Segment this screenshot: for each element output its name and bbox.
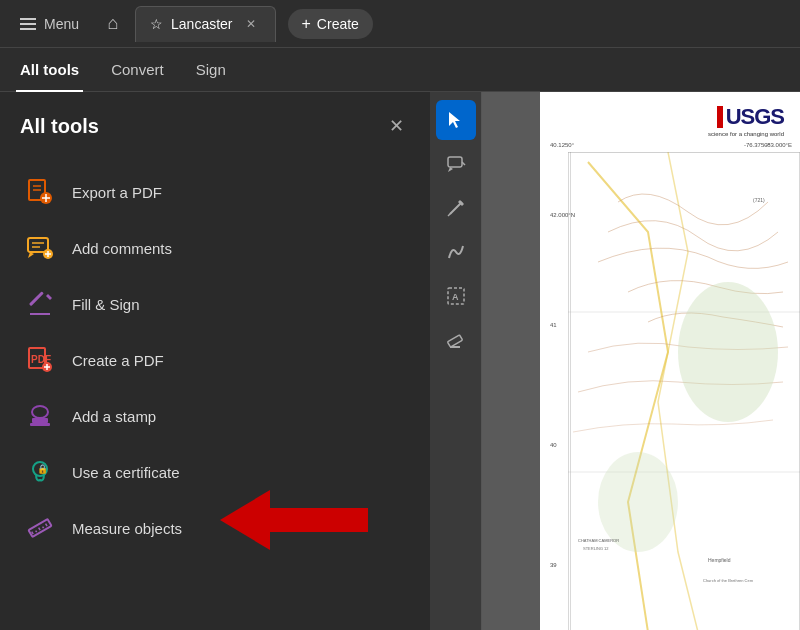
- svg-line-38: [448, 213, 451, 216]
- pdf-page: USGS science for a changing world 40.125…: [540, 92, 800, 630]
- svg-text:Hempfield: Hempfield: [708, 557, 731, 563]
- svg-rect-23: [30, 423, 50, 426]
- svg-point-47: [598, 452, 678, 552]
- home-button[interactable]: ⌂: [95, 6, 131, 42]
- tool-label-add-stamp: Add a stamp: [72, 408, 156, 425]
- cursor-tool-button[interactable]: [436, 100, 476, 140]
- tab-title: Lancaster: [171, 16, 232, 32]
- svg-rect-41: [447, 335, 462, 347]
- svg-text:A: A: [452, 292, 459, 302]
- topo-map-svg: Hempfield Church of the Brethren Cem CHA…: [568, 152, 800, 630]
- coord-label-lat5: 39: [550, 562, 557, 568]
- text-select-tool-button[interactable]: A: [436, 276, 476, 316]
- panel-header: All tools ✕: [0, 92, 430, 156]
- svg-text:(721): (721): [753, 197, 765, 203]
- comment-tool-button[interactable]: [436, 144, 476, 184]
- svg-rect-13: [29, 291, 44, 306]
- export-pdf-icon: [24, 176, 56, 208]
- menu-label: Menu: [44, 16, 79, 32]
- hamburger-icon: [20, 18, 36, 30]
- svg-line-28: [36, 531, 37, 533]
- create-label: Create: [317, 16, 359, 32]
- map-content: USGS science for a changing world 40.125…: [540, 92, 800, 630]
- panel-title: All tools: [20, 115, 99, 138]
- red-arrow-indicator: [220, 490, 368, 550]
- svg-line-27: [32, 532, 34, 535]
- svg-point-21: [32, 406, 48, 418]
- tool-item-fill-sign[interactable]: Fill & Sign: [0, 276, 430, 332]
- svg-text:🔒: 🔒: [37, 463, 49, 475]
- svg-text:STERLING 12: STERLING 12: [583, 546, 609, 551]
- tool-label-add-comments: Add comments: [72, 240, 172, 257]
- svg-rect-22: [32, 418, 48, 423]
- tool-item-export-pdf[interactable]: Export a PDF: [0, 164, 430, 220]
- close-panel-button[interactable]: ✕: [382, 112, 410, 140]
- top-bar: Menu ⌂ ☆ Lancaster ✕ + Create: [0, 0, 800, 48]
- right-toolbar: A: [430, 92, 482, 630]
- usgs-logo: USGS science for a changing world: [708, 104, 784, 137]
- pencil-tool-button[interactable]: [436, 188, 476, 228]
- curve-tool-button[interactable]: [436, 232, 476, 272]
- svg-rect-6: [28, 238, 48, 252]
- measure-objects-icon: [24, 512, 56, 544]
- tab-sign[interactable]: Sign: [192, 48, 230, 92]
- tab-star-icon: ☆: [150, 16, 163, 32]
- create-button[interactable]: + Create: [288, 9, 373, 39]
- tab-all-tools[interactable]: All tools: [16, 48, 83, 92]
- svg-point-46: [678, 282, 778, 422]
- tab-convert[interactable]: Convert: [107, 48, 168, 92]
- highlight-tool-button[interactable]: [436, 320, 476, 360]
- coord-label-lat1: 40.1250°: [550, 142, 574, 148]
- tab-close-button[interactable]: ✕: [241, 14, 261, 34]
- svg-marker-14: [46, 294, 52, 300]
- svg-line-30: [43, 527, 44, 529]
- main-content: All tools ✕ Export a PDF: [0, 92, 800, 630]
- svg-rect-26: [28, 519, 51, 537]
- svg-marker-32: [449, 112, 460, 128]
- tool-label-measure-objects: Measure objects: [72, 520, 182, 537]
- coord-label-lat3: 41: [550, 322, 557, 328]
- coord-label-lat4: 40: [550, 442, 557, 448]
- tool-label-fill-sign: Fill & Sign: [72, 296, 140, 313]
- svg-text:CHATHAM CAMEROR: CHATHAM CAMEROR: [578, 538, 619, 543]
- svg-line-31: [46, 524, 48, 527]
- sidebar-panel: All tools ✕ Export a PDF: [0, 92, 430, 630]
- fill-sign-icon: [24, 288, 56, 320]
- tool-item-add-comments[interactable]: Add comments: [0, 220, 430, 276]
- create-plus-icon: +: [302, 15, 311, 33]
- svg-line-29: [39, 528, 41, 531]
- svg-rect-33: [448, 157, 462, 167]
- tool-item-add-stamp[interactable]: Add a stamp: [0, 388, 430, 444]
- pdf-preview: USGS science for a changing world 40.125…: [482, 92, 800, 630]
- usgs-subtitle: science for a changing world: [708, 131, 784, 137]
- tool-label-use-certificate: Use a certificate: [72, 464, 180, 481]
- menu-button[interactable]: Menu: [8, 10, 91, 38]
- tool-label-create-pdf: Create a PDF: [72, 352, 164, 369]
- tabs-bar: All tools Convert Sign: [0, 48, 800, 92]
- usgs-title: USGS: [717, 104, 784, 130]
- svg-text:Church of the Brethren Cem: Church of the Brethren Cem: [703, 578, 754, 583]
- tool-item-create-pdf[interactable]: PDF Create a PDF: [0, 332, 430, 388]
- create-pdf-icon: PDF: [24, 344, 56, 376]
- add-comments-icon: [24, 232, 56, 264]
- use-certificate-icon: 🔒: [24, 456, 56, 488]
- browser-tab[interactable]: ☆ Lancaster ✕: [135, 6, 275, 42]
- tool-label-export-pdf: Export a PDF: [72, 184, 162, 201]
- add-stamp-icon: [24, 400, 56, 432]
- coord-label-top-label: -83.000°E: [765, 142, 792, 148]
